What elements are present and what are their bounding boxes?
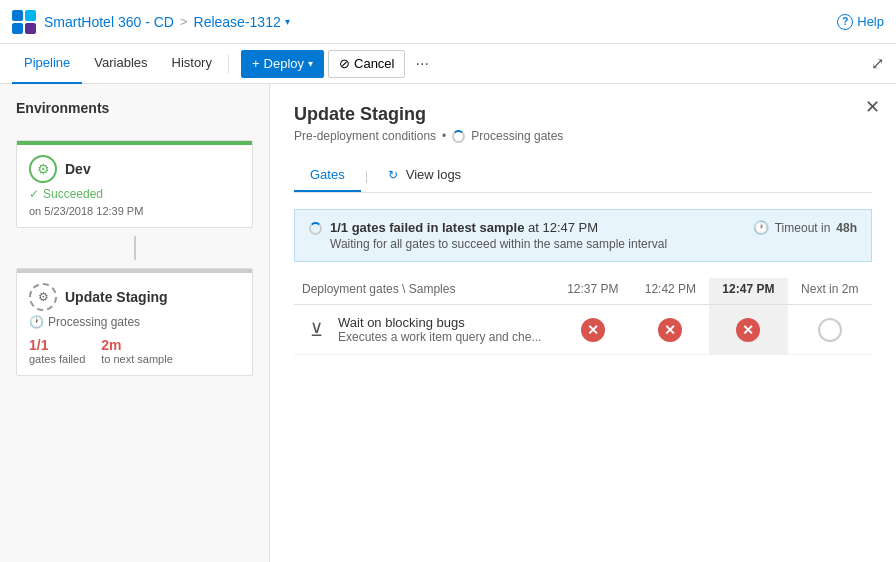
gates-table-body: ⊻ Wait on blocking bugs Executes a work … bbox=[294, 305, 872, 355]
more-options-button[interactable]: ··· bbox=[409, 51, 434, 77]
expand-button[interactable]: ⤢ bbox=[871, 54, 884, 73]
env-card-dev[interactable]: ⚙ Dev ✓ Succeeded on 5/23/2018 12:39 PM bbox=[16, 140, 253, 228]
table-row: ⊻ Wait on blocking bugs Executes a work … bbox=[294, 305, 872, 355]
env-metric-gates: 1/1 gates failed bbox=[29, 337, 85, 365]
chevron-down-icon: ▾ bbox=[285, 16, 290, 27]
empty-icon-t4 bbox=[818, 318, 842, 342]
nav-tabs: Pipeline Variables History + Deploy ▾ ⊘ … bbox=[0, 44, 896, 84]
gate-status-t4 bbox=[788, 305, 872, 355]
timeout-label: Timeout in bbox=[775, 221, 831, 235]
col-header-t3: 12:47 PM bbox=[709, 278, 787, 305]
fail-icon-t3: ✕ bbox=[736, 318, 760, 342]
tab-pipeline[interactable]: Pipeline bbox=[12, 44, 82, 84]
topbar: SmartHotel 360 - CD > Release-1312 ▾ ? H… bbox=[0, 0, 896, 44]
env-metric-sample: 2m to next sample bbox=[101, 337, 173, 365]
clock-status-icon: 🕐 bbox=[29, 315, 44, 329]
env-metric-gates-val: 1/1 bbox=[29, 337, 85, 353]
detail-subtitle-gates: Processing gates bbox=[471, 129, 563, 143]
gates-table-header-row: Deployment gates \ Samples 12:37 PM 12:4… bbox=[294, 278, 872, 305]
detail-subtitle-sep: • bbox=[442, 129, 446, 143]
deploy-chevron-icon: ▾ bbox=[308, 58, 313, 69]
env-connector bbox=[0, 236, 269, 260]
gate-status-t2: ✕ bbox=[632, 305, 710, 355]
timeout-value: 48h bbox=[836, 221, 857, 235]
env-card-dev-header: ⚙ Dev bbox=[29, 155, 240, 183]
alert-right: 🕐 Timeout in 48h bbox=[753, 220, 857, 235]
detail-subtitle-conditions: Pre-deployment conditions bbox=[294, 129, 436, 143]
refresh-icon: ↻ bbox=[388, 168, 398, 182]
alert-spinner bbox=[309, 222, 322, 235]
fail-icon-t2: ✕ bbox=[658, 318, 682, 342]
tab-actions: + Deploy ▾ ⊘ Cancel ··· bbox=[241, 50, 435, 78]
tab-divider bbox=[228, 54, 229, 74]
alert-subtitle: Waiting for all gates to succeed within … bbox=[330, 237, 667, 251]
gate-name: Wait on blocking bugs bbox=[338, 315, 541, 330]
project-name[interactable]: SmartHotel 360 - CD bbox=[44, 14, 174, 30]
env-dev-date: on 5/23/2018 12:39 PM bbox=[29, 205, 240, 217]
env-staging-metrics: 1/1 gates failed 2m to next sample bbox=[29, 337, 240, 365]
alert-title: 1/1 gates failed in latest sample at 12:… bbox=[330, 220, 667, 235]
plus-icon: + bbox=[252, 56, 260, 71]
env-card-staging-body: ⚙ Update Staging 🕐 Processing gates 1/1 … bbox=[17, 273, 252, 375]
main-area: Environments ⚙ Dev ✓ Succeeded on 5/23/2… bbox=[0, 84, 896, 562]
alert-box: 1/1 gates failed in latest sample at 12:… bbox=[294, 209, 872, 262]
env-dev-name: Dev bbox=[65, 161, 91, 177]
subtab-gates[interactable]: Gates bbox=[294, 159, 361, 192]
subtab-divider: | bbox=[365, 168, 368, 183]
env-staging-name: Update Staging bbox=[65, 289, 168, 305]
logo bbox=[12, 10, 36, 34]
gates-table-header: Deployment gates \ Samples 12:37 PM 12:4… bbox=[294, 278, 872, 305]
col-header-t2: 12:42 PM bbox=[632, 278, 710, 305]
gates-table: Deployment gates \ Samples 12:37 PM 12:4… bbox=[294, 278, 872, 355]
env-card-dev-body: ⚙ Dev ✓ Succeeded on 5/23/2018 12:39 PM bbox=[17, 145, 252, 227]
gate-name-cell: ⊻ Wait on blocking bugs Executes a work … bbox=[294, 305, 554, 355]
alert-text: 1/1 gates failed in latest sample at 12:… bbox=[330, 220, 667, 251]
env-metric-gates-label: gates failed bbox=[29, 353, 85, 365]
cancel-icon: ⊘ bbox=[339, 56, 350, 71]
tab-history[interactable]: History bbox=[160, 44, 224, 84]
gate-desc: Executes a work item query and che... bbox=[338, 330, 541, 344]
help-button[interactable]: ? Help bbox=[837, 14, 884, 30]
breadcrumb-sep: > bbox=[180, 14, 188, 29]
env-dev-status: ✓ Succeeded bbox=[29, 187, 240, 201]
app-logo-icon bbox=[12, 10, 36, 34]
col-header-name: Deployment gates \ Samples bbox=[294, 278, 554, 305]
processing-spinner bbox=[452, 130, 465, 143]
environments-title: Environments bbox=[0, 100, 269, 132]
release-name[interactable]: Release-1312 ▾ bbox=[194, 14, 290, 30]
env-staging-icon: ⚙ bbox=[29, 283, 57, 311]
gate-info: ⊻ Wait on blocking bugs Executes a work … bbox=[302, 315, 546, 344]
deploy-button[interactable]: + Deploy ▾ bbox=[241, 50, 324, 78]
gate-status-t1: ✕ bbox=[554, 305, 632, 355]
detail-subtabs: Gates | ↻ View logs bbox=[294, 159, 872, 193]
gate-details: Wait on blocking bugs Executes a work it… bbox=[338, 315, 541, 344]
env-card-staging-header: ⚙ Update Staging bbox=[29, 283, 240, 311]
timeout-clock-icon: 🕐 bbox=[753, 220, 769, 235]
gate-status-t3: ✕ bbox=[709, 305, 787, 355]
detail-panel: ✕ Update Staging Pre-deployment conditio… bbox=[270, 84, 896, 562]
env-dev-icon: ⚙ bbox=[29, 155, 57, 183]
env-staging-status: 🕐 Processing gates bbox=[29, 315, 240, 329]
help-circle-icon: ? bbox=[837, 14, 853, 30]
col-header-t4: Next in 2m bbox=[788, 278, 872, 305]
fail-icon-t1: ✕ bbox=[581, 318, 605, 342]
tab-variables[interactable]: Variables bbox=[82, 44, 159, 84]
check-icon: ✓ bbox=[29, 187, 39, 201]
col-header-t1: 12:37 PM bbox=[554, 278, 632, 305]
cancel-button[interactable]: ⊘ Cancel bbox=[328, 50, 405, 78]
gate-filter-icon: ⊻ bbox=[302, 316, 330, 344]
close-button[interactable]: ✕ bbox=[865, 96, 880, 118]
env-metric-sample-val: 2m bbox=[101, 337, 173, 353]
detail-subtitle: Pre-deployment conditions • Processing g… bbox=[294, 129, 872, 143]
alert-left: 1/1 gates failed in latest sample at 12:… bbox=[309, 220, 667, 251]
detail-title: Update Staging bbox=[294, 104, 872, 125]
subtab-viewlogs[interactable]: ↻ View logs bbox=[372, 159, 477, 192]
env-card-staging[interactable]: ⚙ Update Staging 🕐 Processing gates 1/1 … bbox=[16, 268, 253, 376]
env-metric-sample-label: to next sample bbox=[101, 353, 173, 365]
environments-panel: Environments ⚙ Dev ✓ Succeeded on 5/23/2… bbox=[0, 84, 270, 562]
